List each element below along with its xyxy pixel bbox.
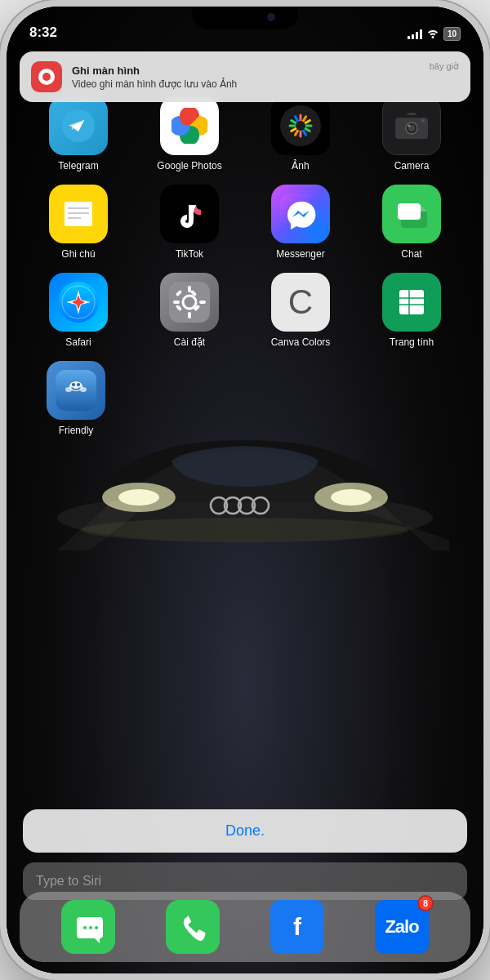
dock-messages-icon <box>61 900 115 954</box>
friendly-label: Friendly <box>59 425 94 436</box>
safari-icon <box>49 273 108 332</box>
status-icons: 10 <box>408 27 461 41</box>
record-inner <box>42 73 51 81</box>
signal-bars <box>408 29 422 39</box>
safari-label: Safari <box>65 336 91 348</box>
app-messenger[interactable]: Messenger <box>256 185 345 260</box>
screen: 8:32 10 <box>7 7 483 973</box>
app-chat[interactable]: Chat <box>367 185 457 260</box>
tiktok-label: TikTok <box>176 248 203 260</box>
sheets-label: Trang tính <box>390 336 434 348</box>
app-row-3: Safari Cài đặt C Canva Colors <box>23 273 467 348</box>
notch <box>192 7 298 29</box>
svg-point-19 <box>421 119 425 122</box>
app-grid: Telegram Google Photos <box>7 96 483 449</box>
chat-label: Chat <box>401 248 421 260</box>
app-telegram[interactable]: Telegram <box>33 96 123 172</box>
tiktok-icon <box>160 185 219 243</box>
battery-icon: 10 <box>443 27 461 41</box>
photos-icon <box>271 96 330 155</box>
canva-label: Canva Colors <box>271 336 331 348</box>
notification-content: Ghi màn hình Video ghi màn hình được lưu… <box>72 65 420 90</box>
signal-bar-2 <box>412 34 414 39</box>
svg-point-9 <box>82 518 408 542</box>
app-canva[interactable]: C Canva Colors <box>256 273 345 348</box>
google-photos-icon <box>160 96 219 155</box>
gphotos-label: Google Photos <box>157 160 221 172</box>
app-notes[interactable]: Ghi chú <box>33 185 123 260</box>
svg-point-52 <box>72 383 75 386</box>
app-photos[interactable]: Ảnh <box>256 96 345 172</box>
dock-zalo[interactable]: Zalo 8 <box>375 900 429 954</box>
svg-rect-28 <box>398 203 421 220</box>
signal-bar-4 <box>420 29 422 39</box>
svg-point-12 <box>296 121 305 131</box>
svg-rect-35 <box>188 286 191 292</box>
dock-phone-icon <box>166 900 220 954</box>
status-time: 8:32 <box>29 24 57 41</box>
app-row-2: Ghi chú TikTok Messenger <box>23 185 467 260</box>
notification-body: Video ghi màn hình được lưu vào Ảnh <box>72 78 420 90</box>
app-row-4: Friendly <box>23 361 467 436</box>
canva-icon: C <box>271 273 330 332</box>
camera-icon <box>382 96 441 155</box>
phone-frame: 8:32 10 <box>0 0 490 980</box>
notification-time: bây giờ <box>430 61 459 72</box>
record-icon <box>38 69 55 85</box>
notes-icon <box>49 185 108 243</box>
dock-messages[interactable] <box>61 900 115 954</box>
svg-point-18 <box>408 125 411 127</box>
sheets-icon <box>382 273 441 332</box>
bottom-section: Done. Type to Siri <box>7 809 483 900</box>
phone-inner: 8:32 10 <box>7 7 483 973</box>
svg-rect-37 <box>173 301 180 304</box>
chat-icon <box>382 185 441 243</box>
app-friendly[interactable]: Friendly <box>31 361 121 436</box>
done-text: Done. <box>225 822 265 839</box>
svg-point-53 <box>77 383 80 386</box>
svg-point-55 <box>83 926 87 929</box>
app-tiktok[interactable]: TikTok <box>145 185 234 260</box>
svg-point-56 <box>89 926 92 929</box>
signal-bar-1 <box>408 36 410 39</box>
svg-rect-36 <box>188 312 191 318</box>
app-google-photos[interactable]: Google Photos <box>145 96 234 172</box>
dock-facebook[interactable]: f <box>270 900 324 954</box>
app-sheets[interactable]: Trang tính <box>367 273 457 348</box>
settings-icon <box>160 273 219 332</box>
notes-label: Ghi chú <box>61 248 95 260</box>
dock-facebook-icon: f <box>270 900 324 954</box>
telegram-label: Telegram <box>58 160 98 172</box>
signal-bar-3 <box>416 32 418 39</box>
app-row-1: Telegram Google Photos <box>23 96 467 172</box>
svg-rect-44 <box>399 290 424 314</box>
settings-label: Cài đặt <box>174 336 205 348</box>
camera-dot <box>267 13 275 21</box>
camera-label: Camera <box>394 160 430 172</box>
siri-placeholder: Type to Siri <box>36 874 101 888</box>
dock-phone[interactable] <box>166 900 220 954</box>
app-safari[interactable]: Safari <box>33 273 123 348</box>
wifi-icon <box>426 27 439 41</box>
notification-icon <box>31 61 62 92</box>
svg-rect-58 <box>175 909 211 945</box>
zalo-badge: 8 <box>417 895 434 911</box>
messenger-label: Messenger <box>276 248 324 260</box>
notification-banner[interactable]: Ghi màn hình Video ghi màn hình được lưu… <box>20 51 470 102</box>
svg-point-57 <box>95 926 98 929</box>
messenger-icon <box>271 185 330 243</box>
telegram-icon <box>49 96 108 155</box>
photos-label: Ảnh <box>292 160 309 172</box>
app-camera[interactable]: Camera <box>367 96 457 172</box>
done-button[interactable]: Done. <box>23 809 467 853</box>
notification-title: Ghi màn hình <box>72 65 420 77</box>
svg-point-51 <box>80 387 87 392</box>
friendly-icon <box>47 361 105 420</box>
svg-rect-38 <box>199 301 206 304</box>
svg-point-50 <box>65 387 72 392</box>
dock: f Zalo 8 <box>20 892 470 962</box>
app-settings[interactable]: Cài đặt <box>145 273 234 348</box>
